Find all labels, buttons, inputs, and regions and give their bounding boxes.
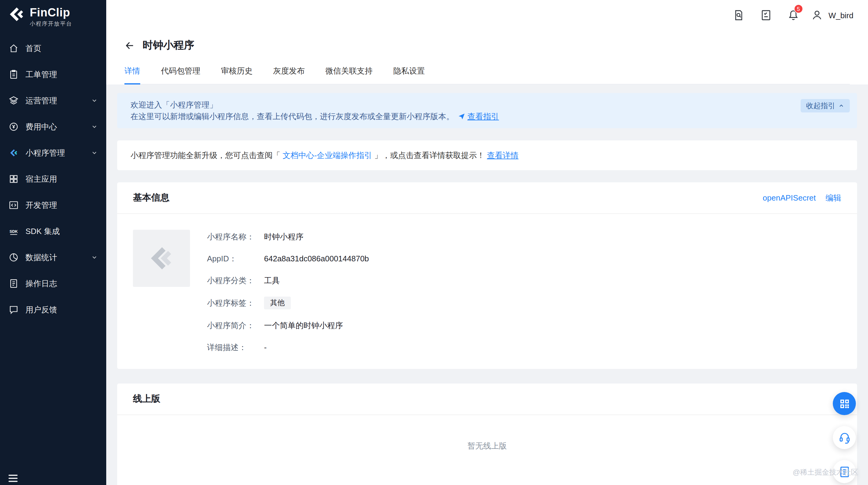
sidebar-item-miniprogram[interactable]: 小程序管理 [0,140,106,166]
online-empty-state: 暂无线上版 [117,415,857,485]
app-window: FinClip 小程序开放平台 首页 工单管理 [0,0,868,485]
grid-icon [8,174,19,184]
brand-subtitle: 小程序开放平台 [30,20,72,28]
basic-info-card: 基本信息 openAPISecret 编辑 小程序名称： [117,182,857,369]
sidebar-item-feedback[interactable]: 用户反馈 [0,296,106,323]
view-details-link[interactable]: 查看详情 [487,151,518,160]
sidebar-item-label: 数据统计 [26,252,91,263]
layers-icon [8,95,19,106]
sidebar: FinClip 小程序开放平台 首页 工单管理 [0,0,106,485]
field-category: 小程序分类： 工具 [207,275,369,286]
page-title: 时钟小程序 [143,38,194,52]
sidebar-menu: 首页 工单管理 运营管理 [0,35,106,323]
online-version-title: 线上版 [133,393,841,405]
chevron-down-icon [91,254,98,261]
home-icon [8,43,19,54]
upgrade-notice-card: 小程序管理功能全新升级，您可点击查阅「 文档中心-企业端操作指引 」，或点击查看… [117,140,857,170]
main-area: 5 W_bird 时钟小程序 详情 代码包管理 [106,0,868,485]
online-version-card: 线上版 暂无线上版 [117,383,857,485]
support-fab[interactable] [833,426,856,449]
chevron-down-icon [91,97,98,104]
survey-icon[interactable] [760,9,772,21]
edit-link[interactable]: 编辑 [826,192,841,203]
sidebar-item-stats[interactable]: 数据统计 [0,244,106,270]
chevron-down-icon [91,123,98,130]
field-appid: AppID： 642a8a31dc086a000144870b [207,253,369,264]
feedback-doc-icon [838,465,851,478]
notice-text: 小程序管理功能全新升级，您可点击查阅「 [130,151,283,160]
sidebar-item-dev[interactable]: 开发管理 [0,192,106,218]
tab-wechat-link[interactable]: 微信关联支持 [326,66,373,84]
headset-icon [838,431,851,444]
qr-code-icon [838,397,851,410]
field-app-name: 小程序名称： 时钟小程序 [207,231,369,242]
sidebar-item-sdk[interactable]: SDK SDK 集成 [0,218,106,244]
back-arrow-icon[interactable] [124,40,135,51]
chat-icon [8,305,19,315]
finclip-logo-icon [8,6,25,23]
sidebar-item-label: 开发管理 [26,200,98,210]
pie-chart-icon [8,252,19,262]
brand-name: FinClip [30,6,72,20]
sidebar-item-operations[interactable]: 运营管理 [0,87,106,114]
sidebar-item-label: 运营管理 [26,95,91,106]
username: W_bird [829,11,854,20]
openapisecret-link[interactable]: openAPISecret [763,193,816,202]
tab-bar: 详情 代码包管理 审核历史 灰度发布 微信关联支持 隐私设置 [124,66,850,84]
sidebar-collapse-button[interactable] [8,473,18,484]
field-tag: 小程序标签： 其他 [207,296,369,309]
sidebar-item-label: 小程序管理 [26,147,91,158]
qr-code-fab[interactable] [833,392,856,415]
sdk-icon: SDK [8,226,19,236]
account-menu[interactable]: W_bird [811,9,854,21]
field-description: 详细描述： - [207,342,369,353]
topbar: 5 W_bird [106,0,868,30]
tag-badge: 其他 [264,296,291,309]
user-icon [811,9,823,21]
doc-center-link[interactable]: 文档中心-企业端操作指引 [283,151,372,160]
sidebar-item-label: 首页 [26,43,98,54]
sidebar-item-label: 操作日志 [26,278,98,289]
view-guide-link[interactable]: 查看指引 [467,112,499,121]
sidebar-item-host-apps[interactable]: 宿主应用 [0,166,106,192]
chevron-up-icon [838,103,844,109]
feedback-doc-fab[interactable] [833,460,856,483]
doc-search-icon[interactable] [733,9,745,21]
log-icon [8,278,19,289]
send-icon [458,112,466,120]
info-fields: 小程序名称： 时钟小程序 AppID： 642a8a31dc086a000144… [207,230,369,353]
sidebar-item-label: 工单管理 [26,69,98,80]
collapse-guide-button[interactable]: 收起指引 [801,99,850,112]
bell-icon[interactable]: 5 [787,9,799,21]
banner-line2: 在这里可以新增或编辑小程序信息，查看上传代码包，进行灰度发布或全量更新小程序版本… [130,111,844,122]
notice-text: 」，或点击查看详情获取提示！ [372,151,487,160]
svg-text:SDK: SDK [10,229,18,234]
miniprogram-icon [8,148,19,158]
tab-review-history[interactable]: 审核历史 [221,66,252,84]
sidebar-item-billing[interactable]: 费用中心 [0,114,106,140]
field-intro: 小程序简介： 一个简单的时钟小程序 [207,320,369,331]
sidebar-item-label: 费用中心 [26,121,91,132]
welcome-banner: 欢迎进入「小程序管理」 在这里可以新增或编辑小程序信息，查看上传代码包，进行灰度… [117,93,857,128]
page-header: 时钟小程序 详情 代码包管理 审核历史 灰度发布 微信关联支持 隐私设置 [106,30,868,84]
billing-icon [8,121,19,132]
notification-badge: 5 [794,4,803,13]
brand-logo[interactable]: FinClip 小程序开放平台 [0,0,106,30]
sidebar-item-label: 用户反馈 [26,304,98,315]
banner-line1: 欢迎进入「小程序管理」 [130,99,844,111]
app-logo-placeholder [133,230,190,287]
chevron-down-icon [91,149,98,156]
content-area: 欢迎进入「小程序管理」 在这里可以新增或编辑小程序信息，查看上传代码包，进行灰度… [106,84,868,485]
sidebar-item-work-orders[interactable]: 工单管理 [0,61,106,87]
sidebar-item-home[interactable]: 首页 [0,35,106,61]
basic-info-title: 基本信息 [133,192,763,204]
tab-gray-release[interactable]: 灰度发布 [273,66,305,84]
sidebar-item-label: SDK 集成 [26,226,98,237]
tab-details[interactable]: 详情 [124,66,140,84]
ticket-icon [8,69,19,80]
code-icon [8,200,19,210]
sidebar-item-logs[interactable]: 操作日志 [0,270,106,296]
sidebar-item-label: 宿主应用 [26,173,98,184]
tab-privacy[interactable]: 隐私设置 [393,66,425,84]
tab-code-packages[interactable]: 代码包管理 [161,66,200,84]
